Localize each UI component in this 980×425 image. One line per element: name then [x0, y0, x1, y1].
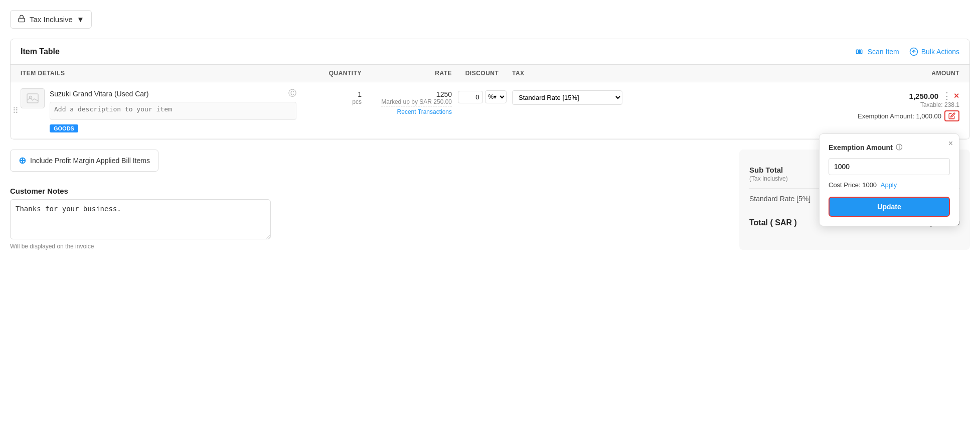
info-icon: ⓘ: [896, 143, 902, 152]
discount-type-select[interactable]: %▾ flat: [485, 90, 507, 103]
chevron-down-icon: ▼: [77, 15, 84, 24]
col-tax: TAX: [512, 70, 622, 77]
amount-actions: ⋮ ✕: [942, 90, 959, 101]
notes-hint: Will be displayed on the invoice: [10, 243, 729, 250]
rate-cell: 1250 Marked up by SAR 250.00 Recent Tran…: [362, 88, 452, 115]
svg-rect-0: [19, 18, 25, 22]
scan-item-label: Scan Item: [868, 48, 899, 56]
svg-rect-6: [27, 94, 38, 103]
left-section: ⊕ Include Profit Margin Applied Bill Ite…: [10, 150, 729, 250]
item-details-cell: Suzuki Grand Vitara (Used Car) Ⓒ GOODS: [21, 88, 301, 132]
customer-notes-input[interactable]: Thanks for your business.: [10, 199, 271, 239]
exemption-amount-input[interactable]: [829, 158, 950, 175]
col-quantity: QUANTITY: [301, 70, 362, 77]
svg-rect-3: [860, 50, 862, 54]
plus-icon: ⊕: [19, 155, 26, 166]
item-badge: GOODS: [50, 124, 78, 132]
tax-select[interactable]: Standard Rate [15%] Standard Rate [5%] Z…: [512, 90, 622, 105]
rate-markup: Marked up by SAR 250.00: [381, 98, 452, 106]
quantity-unit: pcs: [352, 98, 362, 105]
exemption-popup: × Exemption Amount ⓘ Cost Price: 1000 Ap…: [819, 133, 959, 226]
exemption-row: Exemption Amount: 1,000.00: [858, 110, 959, 121]
quantity-cell: 1 pcs: [301, 88, 362, 105]
col-item-details: ITEM DETAILS: [21, 70, 301, 77]
edit-exemption-button[interactable]: [944, 110, 959, 121]
discount-cell: %▾ flat: [452, 88, 512, 103]
popup-title: Exemption Amount ⓘ: [829, 143, 950, 152]
item-table-title: Item Table: [21, 47, 60, 56]
customer-notes-section: Customer Notes Thanks for your business.…: [10, 187, 729, 250]
bulk-actions-label: Bulk Actions: [921, 48, 959, 56]
popup-close-button[interactable]: ×: [948, 139, 953, 148]
discount-input[interactable]: [458, 91, 483, 103]
bulk-actions-button[interactable]: Bulk Actions: [909, 47, 959, 56]
svg-rect-1: [856, 50, 858, 54]
taxable-text: Taxable: 238.1: [920, 101, 959, 108]
apply-cost-link[interactable]: Apply: [881, 181, 897, 189]
quantity-value[interactable]: 1: [358, 90, 362, 98]
rate-value[interactable]: 1250: [436, 90, 452, 98]
item-table-header: Item Table Scan Item Bul: [11, 39, 969, 65]
table-columns: ITEM DETAILS QUANTITY RATE DISCOUNT TAX …: [11, 65, 969, 82]
popup-cost-price: Cost Price: 1000 Apply: [829, 181, 950, 189]
header-actions: Scan Item Bulk Actions: [856, 47, 959, 56]
svg-rect-2: [859, 50, 860, 54]
drag-handle[interactable]: ⠿: [13, 106, 19, 115]
recent-transactions-link[interactable]: Recent Transactions: [397, 108, 452, 115]
exemption-text: Exemption Amount: 1,000.00: [858, 112, 941, 120]
col-amount: AMOUNT: [622, 70, 959, 77]
subtotal-label: Sub Total: [749, 166, 788, 174]
item-description-input[interactable]: [50, 102, 296, 120]
item-image: [21, 88, 45, 108]
amount-cell: 1,250.00 ⋮ ✕ Taxable: 238.1 Exemption Am…: [622, 88, 959, 121]
tax-cell: Standard Rate [15%] Standard Rate [5%] Z…: [512, 88, 622, 105]
item-options-icon[interactable]: Ⓒ: [288, 88, 296, 99]
item-table-section: Item Table Scan Item Bul: [10, 39, 970, 139]
update-button[interactable]: Update: [829, 197, 950, 217]
standard-rate-label: Standard Rate [5%]: [749, 195, 810, 203]
item-name: Suzuki Grand Vitara (Used Car): [50, 90, 148, 98]
col-rate: RATE: [362, 70, 452, 77]
lock-icon: [18, 15, 26, 24]
customer-notes-label: Customer Notes: [10, 187, 729, 195]
more-options-icon[interactable]: ⋮: [942, 90, 951, 101]
scan-item-button[interactable]: Scan Item: [856, 47, 899, 56]
tax-dropdown-label: Tax Inclusive: [30, 15, 73, 24]
item-info: Suzuki Grand Vitara (Used Car) Ⓒ GOODS: [50, 88, 296, 132]
col-discount: DISCOUNT: [452, 70, 512, 77]
delete-row-icon[interactable]: ✕: [953, 92, 959, 100]
tax-inclusive-label: (Tax Inclusive): [749, 175, 788, 182]
tax-inclusive-dropdown[interactable]: Tax Inclusive ▼: [10, 10, 92, 29]
amount-value: 1,250.00: [909, 92, 938, 100]
total-label: Total ( SAR ): [749, 218, 797, 227]
table-row: ⠿ Suzuki Grand Vitara (Used Car) Ⓒ: [11, 82, 969, 139]
include-profit-margin-button[interactable]: ⊕ Include Profit Margin Applied Bill Ite…: [10, 150, 158, 172]
include-btn-label: Include Profit Margin Applied Bill Items: [30, 157, 150, 165]
